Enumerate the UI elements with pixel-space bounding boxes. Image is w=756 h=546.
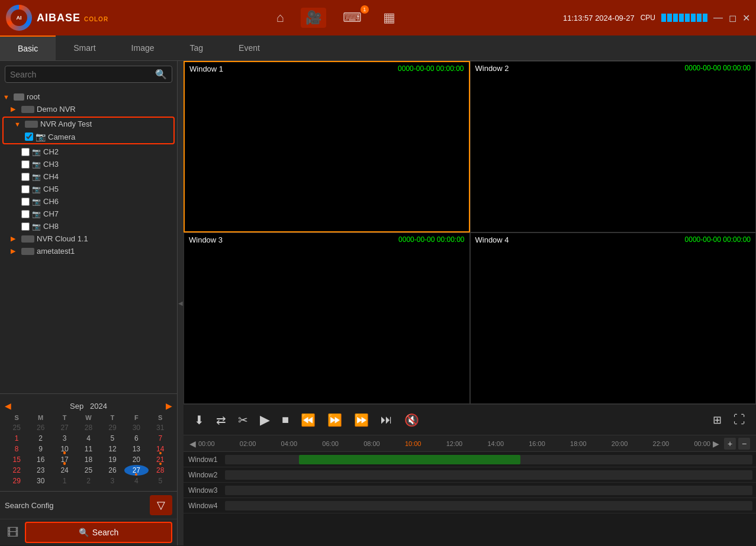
camera-checkbox[interactable] (25, 133, 33, 141)
cal-cell[interactable]: 22 (5, 465, 28, 476)
track2-bar-area[interactable] (225, 470, 752, 480)
cal-cell[interactable]: 24 (53, 465, 76, 476)
cal-cell[interactable]: 2 (28, 433, 52, 444)
track3-bar-area[interactable] (225, 486, 752, 495)
cal-cell[interactable]: 12 (101, 444, 124, 454)
cal-cell[interactable]: 11 (76, 444, 100, 454)
tree-item-ch5[interactable]: 📷 CH5 (0, 183, 177, 195)
tree-item-ametatest1[interactable]: ▶ ametatest1 (0, 245, 177, 257)
cal-cell[interactable]: 13 (124, 444, 148, 454)
cal-cell[interactable]: 27 (53, 422, 76, 433)
restore-btn[interactable]: ◻ (729, 12, 736, 24)
search-main-button[interactable]: 🔍 Search (25, 522, 172, 543)
play-button[interactable]: ▶ (256, 410, 274, 430)
video-window-2[interactable]: Window 2 0000-00-00 00:00:00 (470, 61, 757, 232)
cal-cell[interactable]: 25 (76, 465, 100, 476)
cal-cell[interactable]: 16 (28, 454, 52, 465)
cal-cell[interactable]: 23 (28, 465, 52, 476)
cal-cell[interactable]: 26 (28, 422, 52, 433)
collapse-handle[interactable]: ◀ (178, 61, 184, 545)
track1-bar-area[interactable] (225, 455, 752, 464)
volume-button[interactable]: 🔇 (401, 411, 423, 429)
sync-button[interactable]: ⇄ (213, 411, 230, 429)
download-button[interactable]: ⬇ (191, 411, 208, 429)
search-icon[interactable]: 🔍 (155, 69, 167, 80)
cal-cell[interactable]: 8 (5, 444, 28, 454)
cal-cell[interactable]: 29 (101, 422, 124, 433)
tab-event[interactable]: Event (221, 35, 278, 60)
cal-cell[interactable]: 5 (101, 433, 124, 444)
cal-prev-btn[interactable]: ◀ (5, 401, 11, 411)
camera-view-icon-btn[interactable]: 🎞 (5, 524, 21, 542)
cal-cell[interactable]: 5 (149, 476, 172, 486)
tree-item-ch6[interactable]: 📷 CH6 (0, 195, 177, 208)
tree-item-nvr-cloud[interactable]: ▶ NVR Cloud 1.1 (0, 232, 177, 245)
timeline-prev-btn[interactable]: ◀ (189, 439, 196, 448)
close-btn[interactable]: ✕ (742, 12, 750, 24)
cal-next-btn[interactable]: ▶ (166, 401, 172, 411)
cal-cell[interactable]: 1 (5, 433, 28, 444)
cal-cell-orange-red[interactable]: 14 (149, 444, 172, 454)
cal-cell[interactable]: 15 (5, 454, 28, 465)
cal-cell-today[interactable]: 27 (124, 465, 148, 476)
video-window-3[interactable]: Window 3 0000-00-00 00:00:00 (184, 232, 470, 404)
cal-cell[interactable]: 31 (149, 422, 172, 433)
cal-cell[interactable]: 7 (149, 433, 172, 444)
stop-button[interactable]: ■ (278, 411, 292, 429)
minimize-btn[interactable]: — (713, 12, 723, 24)
tree-item-demo-nvr[interactable]: ▶ Demo NVR (0, 103, 177, 115)
cal-cell-orange[interactable]: 10 (53, 444, 76, 454)
cal-cell[interactable]: 3 (101, 476, 124, 486)
fullscreen-button[interactable]: ⛶ (730, 411, 749, 429)
cal-cell[interactable]: 30 (124, 422, 148, 433)
skip-end-button[interactable]: ⏭ (377, 411, 396, 429)
filter-button[interactable]: ▽ (150, 495, 172, 515)
tree-item-ch2[interactable]: 📷 CH2 (0, 146, 177, 158)
cal-cell[interactable]: 2 (76, 476, 100, 486)
tab-smart[interactable]: Smart (56, 35, 113, 60)
zoom-out-btn[interactable]: − (738, 438, 750, 450)
ch4-checkbox[interactable] (21, 173, 30, 181)
ch5-checkbox[interactable] (21, 185, 30, 193)
tab-image[interactable]: Image (114, 35, 172, 60)
cal-cell-orange-red[interactable]: 21 (149, 454, 172, 465)
ch6-checkbox[interactable] (21, 198, 30, 206)
cal-cell[interactable]: 18 (76, 454, 100, 465)
tree-item-ch8[interactable]: 📷 CH8 (0, 220, 177, 232)
ch8-checkbox[interactable] (21, 222, 30, 231)
cal-cell[interactable]: 4 (124, 476, 148, 486)
ch3-checkbox[interactable] (21, 160, 30, 169)
zoom-in-btn[interactable]: + (724, 438, 736, 450)
layout-4-button[interactable]: ⊞ (709, 411, 725, 429)
tree-item-ch7[interactable]: 📷 CH7 (0, 208, 177, 220)
tree-item-ch4[interactable]: 📷 CH4 (0, 170, 177, 183)
track4-bar-area[interactable] (225, 501, 752, 511)
cal-cell[interactable]: 9 (28, 444, 52, 454)
tree-item-ch3[interactable]: 📷 CH3 (0, 158, 177, 170)
nav-home[interactable]: ⌂ (271, 8, 288, 28)
tree-item-root[interactable]: ▼ root (0, 91, 177, 103)
tab-tag[interactable]: Tag (172, 35, 221, 60)
cal-cell[interactable]: 3 (53, 433, 76, 444)
step-forward-button[interactable]: ⏩ (324, 411, 346, 429)
cal-cell[interactable]: 28 (149, 465, 172, 476)
video-window-1[interactable]: Window 1 0000-00-00 00:00:00 (184, 61, 470, 232)
ch2-checkbox[interactable] (21, 148, 30, 156)
nav-keyboard[interactable]: ⌨ 1 (338, 8, 366, 28)
cal-cell[interactable]: 1 (53, 476, 76, 486)
cal-cell[interactable]: 30 (28, 476, 52, 486)
nav-grid[interactable]: ▦ (378, 8, 400, 28)
cal-cell-orange[interactable]: 17 (53, 454, 76, 465)
cal-cell[interactable]: 20 (124, 454, 148, 465)
fast-forward-button[interactable]: ⏩ (350, 411, 372, 429)
search-input[interactable] (10, 70, 155, 79)
scissors-button[interactable]: ✂ (234, 411, 252, 429)
video-window-4[interactable]: Window 4 0000-00-00 00:00:00 (470, 232, 757, 404)
nav-video[interactable]: 🎥 (301, 8, 326, 28)
cal-cell[interactable]: 4 (76, 433, 100, 444)
cal-cell[interactable]: 19 (101, 454, 124, 465)
tab-basic[interactable]: Basic (0, 35, 56, 60)
cal-cell[interactable]: 28 (76, 422, 100, 433)
timeline-next-btn[interactable]: ▶ (713, 439, 719, 448)
tree-item-camera[interactable]: 📷 Camera (4, 130, 173, 143)
